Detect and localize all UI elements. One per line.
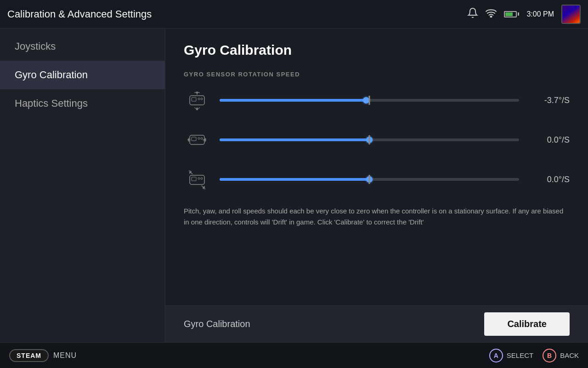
content-area: Gyro Calibration GYRO SENSOR ROTATION SP… — [165, 29, 588, 342]
slider-marker-yaw — [369, 135, 370, 144]
slider-roll[interactable] — [220, 175, 519, 184]
svg-rect-9 — [190, 175, 204, 184]
sidebar-item-haptics[interactable]: Haptics Settings — [0, 89, 165, 118]
header-title: Calibration & Advanced Settings — [7, 8, 152, 20]
footer-action-select: A SELECT — [489, 349, 533, 362]
slider-track-roll — [220, 178, 519, 181]
select-label: SELECT — [507, 351, 533, 359]
svg-point-0 — [491, 16, 492, 17]
footer-action-back: B BACK — [543, 349, 579, 362]
footer: STEAM MENU A SELECT B BACK — [0, 342, 588, 368]
battery-fill — [505, 12, 512, 16]
sidebar-item-gyro-calibration[interactable]: Gyro Calibration — [0, 61, 165, 89]
svg-rect-8 — [201, 138, 203, 139]
svg-rect-10 — [192, 177, 196, 181]
calibrate-button[interactable]: Calibrate — [484, 312, 570, 336]
battery-body — [504, 11, 517, 17]
section-label: GYRO SENSOR ROTATION SPEED — [184, 71, 570, 78]
notification-icon[interactable] — [467, 7, 478, 21]
sidebar-item-joysticks-label: Joysticks — [15, 40, 56, 52]
clock: 3:00 PM — [526, 10, 554, 18]
battery-cap — [518, 12, 519, 16]
main-layout: Joysticks Gyro Calibration Haptics Setti… — [0, 29, 588, 342]
back-label: BACK — [560, 351, 579, 359]
bottom-action-bar: Gyro Calibration Calibrate — [165, 305, 588, 342]
description-text: Pitch, yaw, and roll speeds should each … — [184, 206, 570, 228]
slider-fill-yaw — [220, 138, 369, 141]
avatar[interactable] — [561, 5, 581, 24]
battery-icon — [504, 11, 519, 17]
b-button-icon: B — [543, 349, 556, 362]
svg-rect-2 — [192, 98, 196, 101]
sidebar-item-gyro-label: Gyro Calibration — [15, 69, 88, 80]
steam-badge[interactable]: STEAM — [9, 349, 49, 362]
footer-right: A SELECT B BACK — [489, 349, 579, 362]
bottom-bar-label: Gyro Calibration — [184, 319, 250, 329]
slider-pitch[interactable] — [220, 96, 519, 105]
svg-rect-12 — [201, 178, 203, 179]
svg-rect-4 — [201, 98, 203, 100]
sidebar-item-haptics-label: Haptics Settings — [15, 98, 88, 109]
gyro-roll-icon — [184, 166, 210, 193]
slider-row-pitch: -3.7°/S — [184, 87, 570, 114]
slider-fill-roll — [220, 178, 369, 181]
slider-value-yaw: 0.0°/S — [528, 135, 570, 145]
svg-rect-5 — [190, 135, 204, 144]
slider-value-roll: 0.0°/S — [528, 175, 570, 184]
signal-icon — [486, 8, 497, 20]
slider-marker-roll — [369, 175, 370, 184]
a-button-icon: A — [489, 349, 503, 362]
slider-track-yaw — [220, 138, 519, 141]
header: Calibration & Advanced Settings — [0, 0, 588, 29]
svg-rect-6 — [192, 137, 196, 141]
gyro-yaw-icon — [184, 126, 210, 153]
sidebar-item-joysticks[interactable]: Joysticks — [0, 32, 165, 61]
svg-rect-1 — [190, 96, 204, 105]
page-title: Gyro Calibration — [184, 42, 570, 58]
svg-rect-11 — [198, 178, 200, 179]
slider-row-yaw: 0.0°/S — [184, 126, 570, 153]
avatar-image — [562, 6, 580, 23]
steam-menu-group: STEAM MENU — [9, 349, 77, 362]
slider-row-roll: 0.0°/S — [184, 166, 570, 193]
svg-rect-3 — [198, 98, 200, 100]
footer-menu-label: MENU — [53, 351, 77, 360]
svg-rect-7 — [198, 138, 200, 139]
sidebar: Joysticks Gyro Calibration Haptics Setti… — [0, 29, 165, 342]
slider-marker-pitch — [369, 96, 370, 105]
slider-value-pitch: -3.7°/S — [528, 96, 570, 105]
slider-track-pitch — [220, 99, 519, 102]
gyro-pitch-icon — [184, 87, 210, 114]
slider-yaw[interactable] — [220, 135, 519, 144]
slider-fill-pitch — [220, 99, 366, 102]
header-right: 3:00 PM — [467, 5, 581, 24]
